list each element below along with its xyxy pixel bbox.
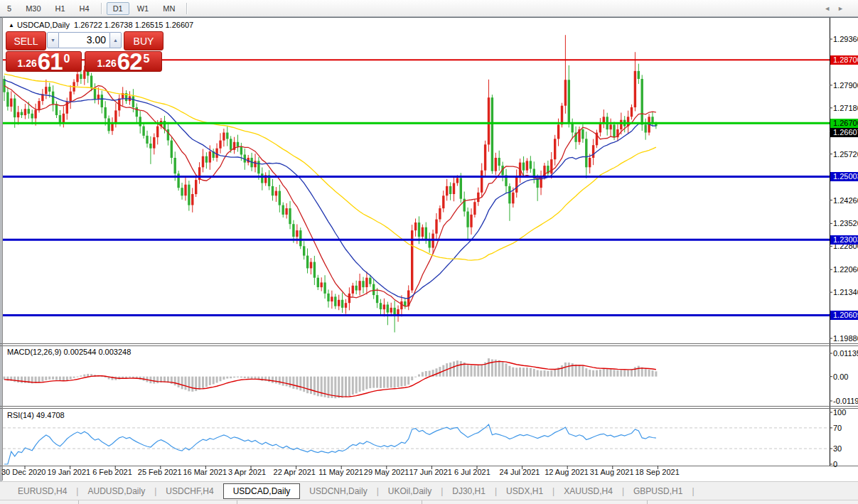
status-bar — [0, 500, 858, 504]
timeframe-button-d1[interactable]: D1 — [107, 2, 129, 15]
price-axis-tick: 1.23520 — [833, 219, 858, 227]
timeframe-button-mn[interactable]: MN — [156, 2, 181, 15]
date-axis-label: 6 Feb 2021 — [92, 468, 132, 476]
price-badge: 1.26700 — [830, 119, 858, 128]
symbol-tab-audusd[interactable]: AUDUSD,Daily — [78, 483, 154, 499]
chevron-up-icon: ▲ — [113, 38, 118, 43]
date-axis-label: 22 Apr 2021 — [274, 468, 316, 476]
price-axis-tick: 1.22060 — [833, 265, 858, 274]
date-axis-label: 16 Mar 2021 — [183, 468, 227, 476]
date-axis-label: 29 May 2021 — [364, 468, 409, 476]
timeframe-button-h4[interactable]: H4 — [73, 2, 96, 15]
one-click-trade-panel: SELL ▼ 3.00 ▲ BUY 1.26 61 0 1.26 62 5 — [6, 31, 162, 72]
tab-separator: | — [692, 486, 694, 496]
price-axis-tick: 1.29360 — [833, 35, 858, 43]
trading-terminal: 5M30H1H4D1W1MN ▲USDCAD,Daily 1.26722 1.2… — [0, 0, 858, 504]
price-axis-tick: 1.25720 — [833, 150, 858, 159]
buy-button[interactable]: BUY — [124, 31, 163, 50]
chart-window — [0, 17, 858, 481]
sell-price-display[interactable]: 1.26 61 0 — [6, 51, 82, 72]
macd-axis-tick: 0.00 — [833, 372, 848, 381]
symbol-tab-ukoil[interactable]: UKOil,Daily — [379, 483, 441, 499]
date-axis-label: 11 May 2021 — [318, 468, 363, 476]
status-bar-divider — [422, 500, 422, 504]
timeframe-button-5[interactable]: 5 — [1, 2, 18, 15]
timeframe-button-w1[interactable]: W1 — [131, 2, 156, 15]
status-bar-divider — [647, 500, 648, 504]
timeframe-toolbar: 5M30H1H4D1W1MN — [0, 0, 858, 17]
toolbar-separator — [186, 3, 187, 14]
volume-increase-button[interactable]: ▲ — [109, 32, 122, 48]
date-axis-label: 31 Aug 2021 — [590, 468, 634, 476]
symbol-tab-dj30[interactable]: DJ30,H1 — [443, 483, 495, 499]
symbol-tab-gbpusd[interactable]: GBPUSD,H1 — [624, 483, 692, 499]
sell-price-big: 61 — [38, 52, 63, 71]
symbol-tab-usdx[interactable]: USDX,H1 — [497, 483, 552, 499]
collapse-triangle-icon: ▲ — [9, 22, 14, 28]
volume-decrease-button[interactable]: ▼ — [47, 32, 59, 48]
date-axis-label: 19 Jan 2021 — [48, 468, 91, 476]
price-axis-tick: 1.21340 — [833, 288, 858, 296]
price-badge: 1.20609 — [830, 311, 858, 320]
toolbar-separator — [101, 3, 102, 14]
timeframe-button-h1[interactable]: H1 — [49, 2, 72, 15]
rsi-label: RSI(14) 49.4708 — [7, 411, 65, 419]
macd-axis-tick: 0.01135 — [833, 349, 858, 358]
sell-button[interactable]: SELL — [6, 31, 46, 50]
status-bar-divider — [78, 500, 79, 504]
chevron-down-icon: ▼ — [50, 38, 55, 43]
rsi-axis-tick: 0 — [833, 460, 837, 468]
date-axis-label: 6 Jul 2021 — [454, 468, 490, 476]
sell-price-sup: 0 — [64, 53, 70, 65]
sell-price-prefix: 1.26 — [18, 58, 37, 69]
macd-label: MACD(12,26,9) 0.002544 0.003248 — [7, 348, 131, 356]
symbol-tab-usdcnh[interactable]: USDCNH,Daily — [300, 483, 376, 499]
date-axis-label: 17 Jun 2021 — [409, 468, 452, 476]
price-axis-tick: 1.27900 — [833, 81, 858, 90]
chart-symbol-label: USDCAD,Daily — [17, 21, 70, 29]
price-badge: 1.23003 — [830, 235, 858, 245]
tab-scroll-arrows: ◄► — [824, 5, 851, 12]
rsi-axis-tick: 30 — [833, 444, 842, 453]
symbol-tab-usdcad[interactable]: USDCAD,Daily — [223, 483, 301, 499]
date-axis-label: 18 Sep 2021 — [635, 468, 679, 476]
chart-ohlc-values: 1.26722 1.26738 1.26515 1.26607 — [74, 21, 193, 29]
buy-price-sup: 5 — [144, 53, 150, 65]
status-bar-divider — [237, 500, 237, 504]
price-badge: 1.25003 — [830, 172, 858, 181]
rsi-axis-tick: 100 — [833, 408, 846, 417]
chart-title: ▲USDCAD,Daily 1.26722 1.26738 1.26515 1.… — [9, 21, 193, 29]
price-axis-tick: 1.24260 — [833, 196, 858, 205]
tab-scroll-left-icon[interactable]: ◄ — [824, 5, 837, 12]
date-axis-label: 3 Apr 2021 — [228, 468, 266, 476]
buy-price-big: 62 — [117, 52, 142, 71]
symbol-tab-bar: EURUSD,H4|AUDUSD,Daily|USDCHF,H4USDCAD,D… — [0, 481, 858, 500]
rsi-axis-tick: 70 — [833, 424, 842, 432]
symbol-tab-xauusd[interactable]: XAUUSD,H4 — [554, 483, 622, 499]
price-badge: 1.26607 — [830, 128, 858, 137]
date-axis-label: 24 Jul 2021 — [500, 468, 540, 476]
date-axis-label: 25 Feb 2021 — [138, 468, 182, 476]
price-badge: 1.28700 — [830, 55, 858, 65]
price-axis-tick: 1.19880 — [833, 334, 858, 343]
date-axis-label: 30 Dec 2020 — [1, 468, 45, 476]
tab-scroll-right-icon[interactable]: ► — [837, 5, 851, 12]
date-axis-label: 12 Aug 2021 — [545, 468, 589, 476]
volume-input[interactable]: 3.00 — [59, 32, 109, 48]
symbol-tab-eurusd[interactable]: EURUSD,H4 — [9, 483, 76, 499]
symbol-tab-usdchf[interactable]: USDCHF,H4 — [156, 483, 222, 499]
buy-price-prefix: 1.26 — [97, 58, 117, 69]
macd-axis-tick: -0.01190 — [833, 397, 858, 405]
timeframe-button-m30[interactable]: M30 — [19, 2, 47, 15]
price-axis-tick: 1.27180 — [833, 104, 858, 112]
buy-price-display[interactable]: 1.26 62 5 — [85, 51, 162, 72]
